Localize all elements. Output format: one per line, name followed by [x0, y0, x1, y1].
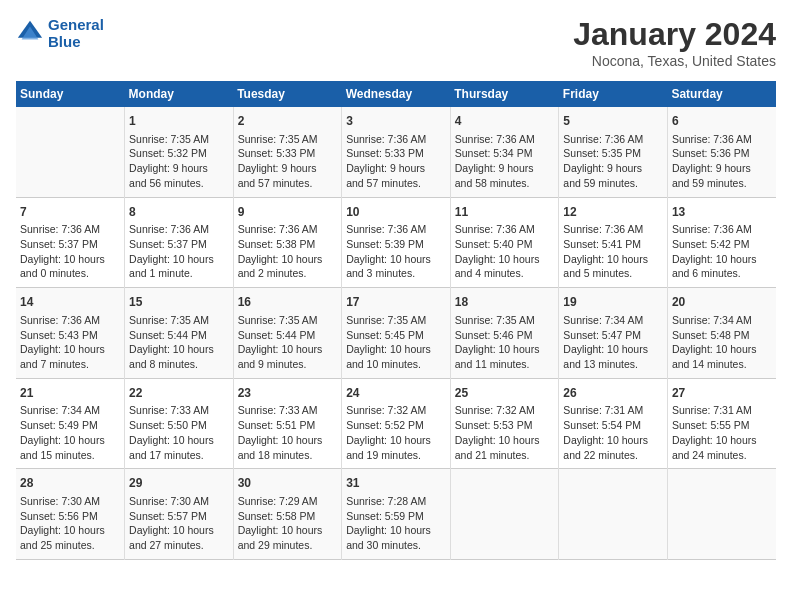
day-number: 7: [20, 204, 120, 221]
calendar-cell: 6Sunrise: 7:36 AM Sunset: 5:36 PM Daylig…: [667, 107, 776, 197]
calendar-cell: 22Sunrise: 7:33 AM Sunset: 5:50 PM Dayli…: [125, 378, 234, 469]
column-header-friday: Friday: [559, 81, 668, 107]
column-header-wednesday: Wednesday: [342, 81, 451, 107]
day-number: 26: [563, 385, 663, 402]
logo-icon: [16, 19, 44, 47]
day-number: 1: [129, 113, 229, 130]
calendar-cell: 5Sunrise: 7:36 AM Sunset: 5:35 PM Daylig…: [559, 107, 668, 197]
day-info: Sunrise: 7:36 AM Sunset: 5:33 PM Dayligh…: [346, 132, 446, 191]
day-info: Sunrise: 7:36 AM Sunset: 5:34 PM Dayligh…: [455, 132, 555, 191]
calendar-title: January 2024: [573, 16, 776, 53]
day-info: Sunrise: 7:36 AM Sunset: 5:43 PM Dayligh…: [20, 313, 120, 372]
calendar-cell: 26Sunrise: 7:31 AM Sunset: 5:54 PM Dayli…: [559, 378, 668, 469]
calendar-cell: 28Sunrise: 7:30 AM Sunset: 5:56 PM Dayli…: [16, 469, 125, 560]
day-info: Sunrise: 7:35 AM Sunset: 5:45 PM Dayligh…: [346, 313, 446, 372]
calendar-cell: 30Sunrise: 7:29 AM Sunset: 5:58 PM Dayli…: [233, 469, 342, 560]
calendar-cell: [450, 469, 559, 560]
calendar-cell: 31Sunrise: 7:28 AM Sunset: 5:59 PM Dayli…: [342, 469, 451, 560]
calendar-cell: 18Sunrise: 7:35 AM Sunset: 5:46 PM Dayli…: [450, 288, 559, 379]
day-info: Sunrise: 7:36 AM Sunset: 5:38 PM Dayligh…: [238, 222, 338, 281]
column-header-tuesday: Tuesday: [233, 81, 342, 107]
calendar-header-row: SundayMondayTuesdayWednesdayThursdayFrid…: [16, 81, 776, 107]
day-number: 16: [238, 294, 338, 311]
calendar-cell: 16Sunrise: 7:35 AM Sunset: 5:44 PM Dayli…: [233, 288, 342, 379]
calendar-cell: 12Sunrise: 7:36 AM Sunset: 5:41 PM Dayli…: [559, 197, 668, 288]
calendar-cell: 24Sunrise: 7:32 AM Sunset: 5:52 PM Dayli…: [342, 378, 451, 469]
calendar-cell: 1Sunrise: 7:35 AM Sunset: 5:32 PM Daylig…: [125, 107, 234, 197]
day-info: Sunrise: 7:31 AM Sunset: 5:55 PM Dayligh…: [672, 403, 772, 462]
calendar-table: SundayMondayTuesdayWednesdayThursdayFrid…: [16, 81, 776, 560]
calendar-week-row: 7Sunrise: 7:36 AM Sunset: 5:37 PM Daylig…: [16, 197, 776, 288]
calendar-cell: 19Sunrise: 7:34 AM Sunset: 5:47 PM Dayli…: [559, 288, 668, 379]
calendar-cell: 14Sunrise: 7:36 AM Sunset: 5:43 PM Dayli…: [16, 288, 125, 379]
day-number: 9: [238, 204, 338, 221]
day-number: 3: [346, 113, 446, 130]
day-number: 19: [563, 294, 663, 311]
calendar-cell: 8Sunrise: 7:36 AM Sunset: 5:37 PM Daylig…: [125, 197, 234, 288]
column-header-thursday: Thursday: [450, 81, 559, 107]
calendar-cell: 27Sunrise: 7:31 AM Sunset: 5:55 PM Dayli…: [667, 378, 776, 469]
day-info: Sunrise: 7:34 AM Sunset: 5:49 PM Dayligh…: [20, 403, 120, 462]
day-number: 4: [455, 113, 555, 130]
day-number: 25: [455, 385, 555, 402]
day-info: Sunrise: 7:35 AM Sunset: 5:44 PM Dayligh…: [238, 313, 338, 372]
calendar-week-row: 28Sunrise: 7:30 AM Sunset: 5:56 PM Dayli…: [16, 469, 776, 560]
day-info: Sunrise: 7:33 AM Sunset: 5:50 PM Dayligh…: [129, 403, 229, 462]
day-info: Sunrise: 7:36 AM Sunset: 5:39 PM Dayligh…: [346, 222, 446, 281]
calendar-cell: 17Sunrise: 7:35 AM Sunset: 5:45 PM Dayli…: [342, 288, 451, 379]
day-number: 5: [563, 113, 663, 130]
calendar-cell: 3Sunrise: 7:36 AM Sunset: 5:33 PM Daylig…: [342, 107, 451, 197]
logo: General Blue: [16, 16, 104, 50]
calendar-week-row: 21Sunrise: 7:34 AM Sunset: 5:49 PM Dayli…: [16, 378, 776, 469]
day-info: Sunrise: 7:36 AM Sunset: 5:40 PM Dayligh…: [455, 222, 555, 281]
calendar-cell: 15Sunrise: 7:35 AM Sunset: 5:44 PM Dayli…: [125, 288, 234, 379]
calendar-cell: [559, 469, 668, 560]
day-info: Sunrise: 7:30 AM Sunset: 5:56 PM Dayligh…: [20, 494, 120, 553]
column-header-saturday: Saturday: [667, 81, 776, 107]
day-number: 12: [563, 204, 663, 221]
day-info: Sunrise: 7:36 AM Sunset: 5:42 PM Dayligh…: [672, 222, 772, 281]
day-number: 13: [672, 204, 772, 221]
calendar-cell: [16, 107, 125, 197]
day-number: 28: [20, 475, 120, 492]
calendar-week-row: 1Sunrise: 7:35 AM Sunset: 5:32 PM Daylig…: [16, 107, 776, 197]
day-info: Sunrise: 7:36 AM Sunset: 5:37 PM Dayligh…: [129, 222, 229, 281]
calendar-cell: 9Sunrise: 7:36 AM Sunset: 5:38 PM Daylig…: [233, 197, 342, 288]
calendar-cell: 21Sunrise: 7:34 AM Sunset: 5:49 PM Dayli…: [16, 378, 125, 469]
calendar-cell: [667, 469, 776, 560]
calendar-cell: 29Sunrise: 7:30 AM Sunset: 5:57 PM Dayli…: [125, 469, 234, 560]
day-info: Sunrise: 7:36 AM Sunset: 5:35 PM Dayligh…: [563, 132, 663, 191]
day-number: 6: [672, 113, 772, 130]
logo-text: General Blue: [48, 16, 104, 50]
day-number: 23: [238, 385, 338, 402]
column-header-sunday: Sunday: [16, 81, 125, 107]
column-header-monday: Monday: [125, 81, 234, 107]
day-number: 24: [346, 385, 446, 402]
calendar-cell: 11Sunrise: 7:36 AM Sunset: 5:40 PM Dayli…: [450, 197, 559, 288]
day-info: Sunrise: 7:33 AM Sunset: 5:51 PM Dayligh…: [238, 403, 338, 462]
day-info: Sunrise: 7:32 AM Sunset: 5:52 PM Dayligh…: [346, 403, 446, 462]
day-info: Sunrise: 7:35 AM Sunset: 5:44 PM Dayligh…: [129, 313, 229, 372]
calendar-subtitle: Nocona, Texas, United States: [573, 53, 776, 69]
day-info: Sunrise: 7:35 AM Sunset: 5:46 PM Dayligh…: [455, 313, 555, 372]
day-info: Sunrise: 7:28 AM Sunset: 5:59 PM Dayligh…: [346, 494, 446, 553]
day-number: 8: [129, 204, 229, 221]
day-number: 2: [238, 113, 338, 130]
day-number: 22: [129, 385, 229, 402]
day-number: 21: [20, 385, 120, 402]
day-info: Sunrise: 7:34 AM Sunset: 5:47 PM Dayligh…: [563, 313, 663, 372]
calendar-week-row: 14Sunrise: 7:36 AM Sunset: 5:43 PM Dayli…: [16, 288, 776, 379]
calendar-cell: 7Sunrise: 7:36 AM Sunset: 5:37 PM Daylig…: [16, 197, 125, 288]
day-info: Sunrise: 7:29 AM Sunset: 5:58 PM Dayligh…: [238, 494, 338, 553]
day-number: 15: [129, 294, 229, 311]
day-info: Sunrise: 7:35 AM Sunset: 5:33 PM Dayligh…: [238, 132, 338, 191]
day-number: 18: [455, 294, 555, 311]
calendar-cell: 2Sunrise: 7:35 AM Sunset: 5:33 PM Daylig…: [233, 107, 342, 197]
day-info: Sunrise: 7:36 AM Sunset: 5:36 PM Dayligh…: [672, 132, 772, 191]
day-info: Sunrise: 7:30 AM Sunset: 5:57 PM Dayligh…: [129, 494, 229, 553]
day-number: 31: [346, 475, 446, 492]
calendar-cell: 20Sunrise: 7:34 AM Sunset: 5:48 PM Dayli…: [667, 288, 776, 379]
day-number: 29: [129, 475, 229, 492]
day-info: Sunrise: 7:34 AM Sunset: 5:48 PM Dayligh…: [672, 313, 772, 372]
day-info: Sunrise: 7:31 AM Sunset: 5:54 PM Dayligh…: [563, 403, 663, 462]
